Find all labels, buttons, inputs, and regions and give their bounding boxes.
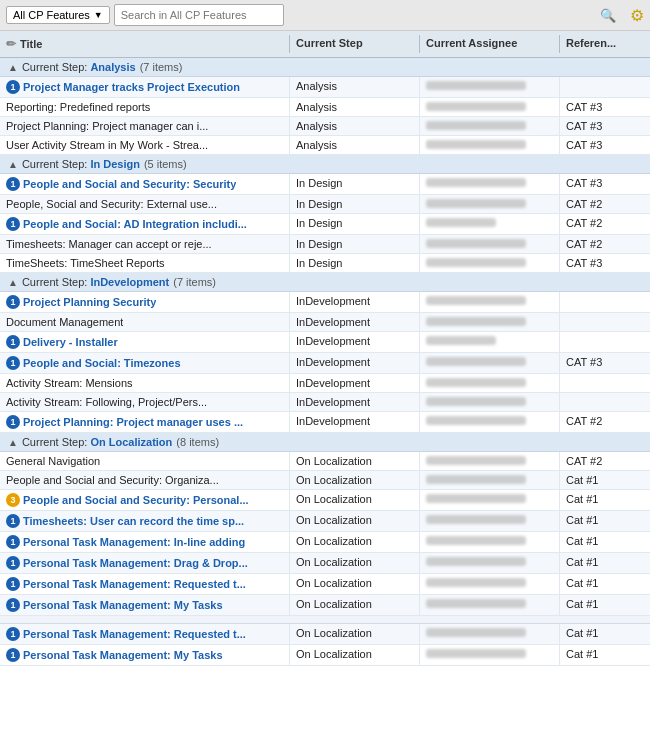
- cell-assignee: [420, 98, 560, 116]
- table-row: 1 Project Planning: Project manager uses…: [0, 412, 650, 433]
- badge: 1: [6, 648, 20, 662]
- badge: 1: [6, 177, 20, 191]
- cell-title: 1 People and Social: AD Integration incl…: [0, 214, 290, 234]
- cell-assignee: [420, 117, 560, 135]
- row-title: People and Social and Security: Security: [23, 178, 236, 190]
- cell-step: InDevelopment: [290, 412, 420, 432]
- group-header-in-development[interactable]: ▲ Current Step: InDevelopment (7 items): [0, 273, 650, 292]
- cell-assignee: [420, 553, 560, 573]
- cell-step: In Design: [290, 195, 420, 213]
- cell-title: Reporting: Predefined reports: [0, 98, 290, 116]
- separator: [0, 616, 650, 624]
- badge: 1: [6, 335, 20, 349]
- search-icon: 🔍: [600, 8, 616, 23]
- cell-step: InDevelopment: [290, 292, 420, 312]
- col-title-label: Title: [20, 38, 42, 50]
- table-row: Timesheets: Manager can accept or reje..…: [0, 235, 650, 254]
- cell-reference: CAT #2: [560, 235, 650, 253]
- cell-step: Analysis: [290, 136, 420, 154]
- cell-step: In Design: [290, 214, 420, 234]
- cell-title: Document Management: [0, 313, 290, 331]
- cell-step: On Localization: [290, 574, 420, 594]
- cell-step: Analysis: [290, 98, 420, 116]
- cell-assignee: [420, 511, 560, 531]
- table-row: 1 Personal Task Management: Requested t.…: [0, 624, 650, 645]
- row-title: Project Manager tracks Project Execution: [23, 81, 240, 93]
- cell-step: On Localization: [290, 511, 420, 531]
- group-header-in-design[interactable]: ▲ Current Step: In Design (5 items): [0, 155, 650, 174]
- cell-assignee: [420, 77, 560, 97]
- badge: 3: [6, 493, 20, 507]
- cell-step: InDevelopment: [290, 374, 420, 392]
- cell-assignee: [420, 452, 560, 470]
- row-title: Timesheets: Manager can accept or reje..…: [6, 238, 212, 250]
- cell-assignee: [420, 412, 560, 432]
- cell-step: On Localization: [290, 553, 420, 573]
- cell-reference: CAT #3: [560, 98, 650, 116]
- cell-step: On Localization: [290, 624, 420, 644]
- row-title: Personal Task Management: In-line adding: [23, 536, 245, 548]
- table-row: Reporting: Predefined reports Analysis C…: [0, 98, 650, 117]
- cell-reference: [560, 313, 650, 331]
- row-title: People and Social: AD Integration includ…: [23, 218, 247, 230]
- cell-title: 3 People and Social and Security: Person…: [0, 490, 290, 510]
- cell-title: TimeSheets: TimeSheet Reports: [0, 254, 290, 272]
- cell-title: People, Social and Security: External us…: [0, 195, 290, 213]
- cell-reference: [560, 374, 650, 392]
- table-row: People and Social and Security: Organiza…: [0, 471, 650, 490]
- col-title: ✏ Title: [0, 35, 290, 53]
- cell-assignee: [420, 195, 560, 213]
- cell-title: 1 Timesheets: User can record the time s…: [0, 511, 290, 531]
- row-title: Project Planning Security: [23, 296, 156, 308]
- cell-assignee: [420, 645, 560, 665]
- cell-assignee: [420, 374, 560, 392]
- cell-reference: Cat #1: [560, 553, 650, 573]
- cell-reference: [560, 292, 650, 312]
- row-title: Personal Task Management: Drag & Drop...: [23, 557, 248, 569]
- row-title: Project Planning: Project manager can i.…: [6, 120, 208, 132]
- cell-step: On Localization: [290, 645, 420, 665]
- search-input[interactable]: [114, 4, 284, 26]
- cell-step: In Design: [290, 174, 420, 194]
- cell-assignee: [420, 174, 560, 194]
- table-row: 1 People and Social and Security: Securi…: [0, 174, 650, 195]
- cell-reference: Cat #1: [560, 595, 650, 615]
- cell-assignee: [420, 624, 560, 644]
- cell-assignee: [420, 532, 560, 552]
- table-row: 3 People and Social and Security: Person…: [0, 490, 650, 511]
- cell-reference: [560, 332, 650, 352]
- table-row: General Navigation On Localization CAT #…: [0, 452, 650, 471]
- cell-step: Analysis: [290, 77, 420, 97]
- col-current-step: Current Step: [290, 35, 420, 53]
- col-reference: Referen...: [560, 35, 650, 53]
- row-title: People and Social and Security: Personal…: [23, 494, 249, 506]
- group-header-analysis[interactable]: ▲ Current Step: Analysis (7 items): [0, 58, 650, 77]
- table-row: 1 Personal Task Management: Requested t.…: [0, 574, 650, 595]
- cell-step: InDevelopment: [290, 332, 420, 352]
- cell-step: InDevelopment: [290, 313, 420, 331]
- cell-reference: CAT #2: [560, 214, 650, 234]
- cell-title: 1 Project Planning: Project manager uses…: [0, 412, 290, 432]
- content-area: ▲ Current Step: Analysis (7 items) 1 Pro…: [0, 58, 650, 666]
- gear-icon[interactable]: ⚙: [630, 6, 644, 25]
- cell-assignee: [420, 471, 560, 489]
- filter-dropdown[interactable]: All CP Features ▼: [6, 6, 110, 24]
- cell-assignee: [420, 136, 560, 154]
- table-row: 1 Project Manager tracks Project Executi…: [0, 77, 650, 98]
- row-title: Personal Task Management: Requested t...: [23, 578, 246, 590]
- cell-title: 1 Personal Task Management: In-line addi…: [0, 532, 290, 552]
- cell-reference: CAT #3: [560, 174, 650, 194]
- badge: 1: [6, 577, 20, 591]
- badge: 1: [6, 295, 20, 309]
- cell-title: 1 Personal Task Management: My Tasks: [0, 645, 290, 665]
- cell-assignee: [420, 214, 560, 234]
- table-row: 1 Personal Task Management: In-line addi…: [0, 532, 650, 553]
- group-header-on-localization[interactable]: ▲ Current Step: On Localization (8 items…: [0, 433, 650, 452]
- cell-reference: Cat #1: [560, 532, 650, 552]
- pencil-icon: ✏: [6, 37, 16, 51]
- col-current-assignee: Current Assignee: [420, 35, 560, 53]
- row-title: Personal Task Management: My Tasks: [23, 649, 223, 661]
- cell-reference: CAT #3: [560, 353, 650, 373]
- cell-step: InDevelopment: [290, 353, 420, 373]
- cell-reference: CAT #3: [560, 117, 650, 135]
